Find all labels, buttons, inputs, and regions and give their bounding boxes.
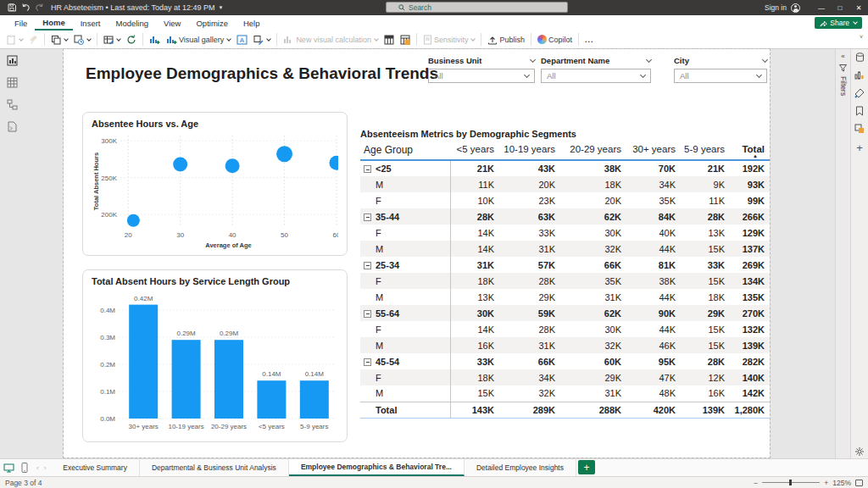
next-page-arrow[interactable]: ›	[44, 464, 47, 472]
collapse-icon[interactable]	[364, 262, 371, 269]
matrix-cell[interactable]: 60K	[560, 353, 626, 369]
chevron-down-icon[interactable]	[646, 57, 652, 63]
matrix-row[interactable]: F14K28K30K44K15K132K	[360, 321, 770, 337]
matrix-cell[interactable]: 32K	[560, 241, 626, 257]
matrix-cell[interactable]: 40K	[626, 225, 681, 241]
matrix-cell[interactable]: 15K	[681, 273, 730, 289]
matrix-cell[interactable]: 269K	[730, 257, 770, 273]
matrix-cell[interactable]: 21K	[681, 160, 730, 176]
matrix-cell[interactable]: 15K	[681, 321, 730, 337]
matrix-cell[interactable]: 134K	[730, 273, 770, 289]
matrix-cell[interactable]: 29K	[560, 369, 626, 385]
matrix-row[interactable]: F10K23K20K35K11K99K	[360, 192, 770, 208]
matrix-row[interactable]: M13K29K31K44K18K135K	[360, 289, 770, 305]
matrix-cell[interactable]: 15K	[450, 385, 499, 402]
matrix-cell[interactable]: 29K	[681, 305, 730, 321]
menu-optimize[interactable]: Optimize	[188, 15, 235, 30]
matrix-cell[interactable]: 62K	[560, 305, 626, 321]
matrix-cell[interactable]: 20K	[499, 176, 560, 192]
tab-detailed-employee-insights[interactable]: Detailed Employee Insights	[465, 459, 576, 476]
title-dropdown-icon[interactable]: ▼	[219, 5, 224, 10]
matrix-cell[interactable]: 59K	[499, 305, 560, 321]
menu-view[interactable]: View	[156, 15, 188, 30]
dax-query-view-icon[interactable]	[0, 115, 24, 137]
matrix-cell[interactable]: 35K	[626, 192, 681, 208]
matrix-cell[interactable]: 18K	[450, 369, 499, 385]
matrix-cell[interactable]: 48K	[626, 385, 681, 402]
matrix-cell[interactable]: 11K	[681, 192, 730, 208]
matrix-cell[interactable]: 33K	[499, 225, 560, 241]
matrix-cell[interactable]: 132K	[730, 321, 770, 337]
matrix-cell[interactable]: 90K	[626, 305, 681, 321]
matrix-cell[interactable]: 20K	[560, 192, 626, 208]
matrix-cell[interactable]: 14K	[450, 241, 499, 257]
matrix-cell[interactable]: 34K	[626, 176, 681, 192]
menu-help[interactable]: Help	[236, 15, 268, 30]
matrix-cell[interactable]: 31K	[450, 257, 499, 273]
maximize-button[interactable]: □	[831, 0, 849, 15]
matrix-cell[interactable]: 28K	[450, 208, 499, 225]
matrix-row[interactable]: 25-3431K57K66K81K33K269K	[360, 257, 770, 273]
expand-filters-icon[interactable]: «	[841, 53, 844, 60]
bar-visual[interactable]: Total Absent Hours by Service Length Gro…	[82, 269, 348, 442]
matrix-row[interactable]: F14K33K30K40K13K129K	[360, 225, 770, 241]
matrix-row[interactable]: Total143K289K288K420K139K1,280K	[360, 402, 770, 418]
matrix-cell[interactable]: 21K	[450, 160, 499, 176]
matrix-cell[interactable]: 12K	[681, 369, 730, 385]
matrix-cell[interactable]: 33K	[681, 257, 730, 273]
matrix-cell[interactable]: 34K	[499, 369, 560, 385]
save-icon[interactable]	[5, 2, 19, 14]
matrix-cell[interactable]: 1,280K	[730, 402, 770, 418]
column-header[interactable]: <5 years	[450, 142, 499, 160]
matrix-cell[interactable]: 282K	[730, 353, 770, 369]
matrix-cell[interactable]: 18K	[450, 273, 499, 289]
matrix-row[interactable]: M15K32K31K48K16K142K	[360, 385, 770, 402]
chevron-down-icon[interactable]	[530, 57, 536, 63]
matrix-row[interactable]: <2521K43K38K70K21K192K	[360, 160, 770, 176]
matrix-cell[interactable]: 13K	[681, 225, 730, 241]
matrix-row[interactable]: M14K31K32K44K15K137K	[360, 241, 770, 257]
matrix-row[interactable]: F18K28K35K38K15K134K	[360, 273, 770, 289]
matrix-row[interactable]: M11K20K18K34K9K93K	[360, 176, 770, 192]
matrix-cell[interactable]: 13K	[450, 289, 499, 305]
matrix-cell[interactable]: 28K	[499, 321, 560, 337]
mobile-view-icon[interactable]	[21, 463, 28, 473]
matrix-row[interactable]: 35-4428K63K62K84K28K266K	[360, 208, 770, 225]
sign-in-link[interactable]: Sign in	[765, 3, 787, 12]
desktop-view-icon[interactable]	[3, 463, 14, 473]
filters-pane-label[interactable]: Filters	[839, 76, 848, 96]
menu-insert[interactable]: Insert	[73, 15, 108, 30]
prev-page-arrow[interactable]: ‹	[36, 464, 39, 472]
zoom-out-button[interactable]: −	[754, 479, 758, 487]
matrix-cell[interactable]: 30K	[560, 225, 626, 241]
account-avatar[interactable]	[791, 3, 800, 13]
matrix-cell[interactable]: 28K	[681, 208, 730, 225]
collapse-ribbon-icon[interactable]: ˅	[860, 34, 863, 40]
quick-measure-button[interactable]	[400, 35, 410, 45]
fit-to-page-icon[interactable]	[855, 480, 863, 486]
column-header[interactable]: 10-19 years	[499, 142, 560, 160]
matrix-cell[interactable]: 14K	[450, 225, 499, 241]
matrix-cell[interactable]: 140K	[730, 369, 770, 385]
redo-icon[interactable]	[32, 2, 46, 14]
visual-gallery-button[interactable]: Visual gallery	[166, 35, 231, 45]
matrix-cell[interactable]: 23K	[499, 192, 560, 208]
close-button[interactable]: ✕	[849, 0, 868, 15]
matrix-cell[interactable]: 43K	[499, 160, 560, 176]
slicer-dropdown[interactable]: All	[674, 69, 767, 83]
matrix-cell[interactable]: 30K	[450, 305, 499, 321]
matrix-cell[interactable]: 99K	[730, 192, 770, 208]
text-box-button[interactable]: A	[236, 35, 248, 45]
collapse-icon[interactable]	[364, 358, 371, 366]
ribbon-more-button[interactable]: ...	[585, 36, 594, 44]
menu-modeling[interactable]: Modeling	[108, 15, 156, 30]
search-input[interactable]: Search	[386, 2, 568, 13]
matrix-cell[interactable]: 44K	[626, 241, 681, 257]
copilot-button[interactable]: Copilot	[537, 35, 572, 44]
matrix-cell[interactable]: 420K	[626, 402, 681, 418]
matrix-cell[interactable]: 266K	[730, 208, 770, 225]
matrix-cell[interactable]: 31K	[560, 385, 626, 402]
matrix-cell[interactable]: 70K	[626, 160, 681, 176]
settings-gear-icon[interactable]	[854, 446, 865, 457]
new-visual-button[interactable]	[149, 35, 160, 45]
